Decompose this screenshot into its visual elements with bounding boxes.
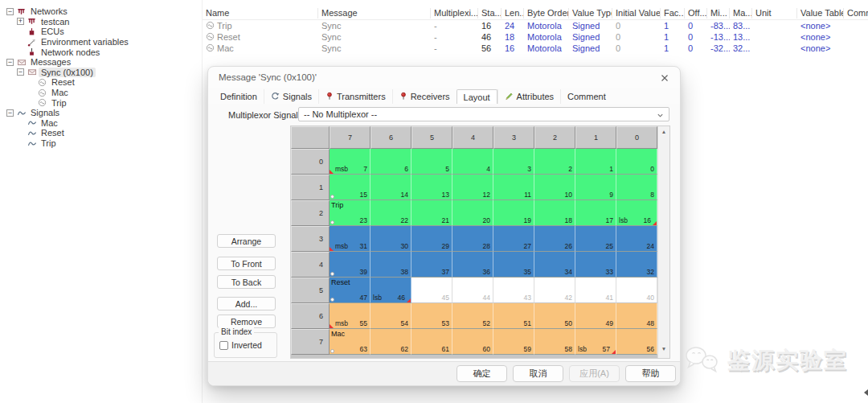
bit-cell-58[interactable]: 58 <box>534 329 575 355</box>
column-header-len[interactable]: Len... <box>502 8 524 19</box>
tree-item-testcan[interactable]: +testcan <box>0 17 201 27</box>
to-back-button[interactable]: To Back <box>217 275 276 289</box>
bit-cell-3[interactable]: 3 <box>493 149 534 175</box>
bit-cell-50[interactable]: 50 <box>534 303 575 329</box>
table-row-mac[interactable]: MacSync-5616MotorolaSigned010-32...32...… <box>203 43 868 54</box>
bit-cell-7[interactable]: msb7 <box>330 149 371 175</box>
tab-attributes[interactable]: Attributes <box>497 89 560 104</box>
tab-comment[interactable]: Comment <box>560 89 612 104</box>
bit-cell-44[interactable]: 44 <box>452 278 493 303</box>
tree-item-mac[interactable]: Mac <box>0 118 201 129</box>
tree-item-mac[interactable]: Mac <box>0 88 201 98</box>
column-header-byte-order[interactable]: Byte Order <box>524 8 569 19</box>
tree-item-sync-0x100[interactable]: −Sync (0x100) <box>0 68 201 78</box>
bit-cell-11[interactable]: 11 <box>493 175 534 200</box>
bit-cell-53[interactable]: 53 <box>411 303 452 329</box>
bit-cell-34[interactable]: 34 <box>534 252 575 278</box>
grid-column-header[interactable]: 7 <box>330 126 371 149</box>
bit-cell-42[interactable]: 42 <box>534 278 575 303</box>
bit-cell-21[interactable]: 21 <box>411 200 452 226</box>
bit-cell-33[interactable]: 33 <box>575 252 616 278</box>
grid-column-header[interactable]: 2 <box>534 126 575 149</box>
tab-transmitters[interactable]: Transmitters <box>318 89 392 104</box>
bit-cell-51[interactable]: 51 <box>493 303 534 329</box>
arrange-button[interactable]: Arrange <box>217 234 276 248</box>
bit-cell-24[interactable]: 24 <box>616 226 657 252</box>
bit-cell-61[interactable]: 61 <box>411 329 452 355</box>
bit-cell-16[interactable]: lsb16 <box>616 200 657 226</box>
column-header-value-type[interactable]: Value Type <box>569 8 612 19</box>
column-header-ma[interactable]: Ma... <box>730 8 752 19</box>
bit-cell-8[interactable]: 8 <box>616 175 657 200</box>
column-header-name[interactable]: Name <box>203 8 318 19</box>
column-header-mi[interactable]: Mi... <box>707 8 730 19</box>
-button[interactable]: 取消 <box>513 365 563 382</box>
grid-column-header[interactable]: 3 <box>493 126 534 149</box>
grid-row-header[interactable]: 2 <box>291 200 330 226</box>
bit-cell-62[interactable]: 62 <box>371 329 411 355</box>
bit-cell-5[interactable]: 5 <box>411 149 452 175</box>
bit-cell-4[interactable]: 4 <box>452 149 493 175</box>
collapse-icon[interactable]: − <box>6 59 17 66</box>
bit-cell-36[interactable]: 36 <box>452 252 493 278</box>
tab-layout[interactable]: Layout <box>457 89 497 105</box>
bit-cell-56[interactable]: 56 <box>616 329 657 355</box>
tree-item-signals[interactable]: −Signals <box>0 108 201 118</box>
bit-cell-60[interactable]: 60 <box>452 329 493 355</box>
bit-cell-30[interactable]: 30 <box>371 226 411 252</box>
bit-cell-9[interactable]: 9 <box>575 175 616 200</box>
bit-cell-10[interactable]: 10 <box>534 175 575 200</box>
tree-item-messages[interactable]: −Messages <box>0 57 201 68</box>
bit-cell-37[interactable]: 37 <box>411 252 452 278</box>
tree-item-networks[interactable]: −Networks <box>0 6 201 17</box>
column-header-sta[interactable]: Sta... <box>478 8 502 19</box>
bit-cell-46[interactable]: lsb46 <box>371 278 411 303</box>
bit-cell-23[interactable]: Trip23 <box>330 200 371 226</box>
bit-cell-39[interactable]: 39 <box>330 252 371 278</box>
table-row-reset[interactable]: ResetSync-4618MotorolaSigned010-13...13.… <box>203 31 868 43</box>
grid-scrollbar[interactable]: ▲ ▼ <box>657 126 669 358</box>
scroll-up-icon[interactable]: ▲ <box>658 129 669 134</box>
bit-cell-32[interactable]: 32 <box>616 252 657 278</box>
tree-item-reset[interactable]: Reset <box>0 77 201 88</box>
bit-cell-31[interactable]: msb31 <box>330 226 371 252</box>
bit-cell-43[interactable]: 43 <box>493 278 534 303</box>
grid-column-header[interactable]: 6 <box>371 126 411 149</box>
collapse-icon[interactable]: − <box>17 68 27 76</box>
bit-cell-47[interactable]: Reset47 <box>330 278 371 303</box>
bit-cell-2[interactable]: 2 <box>534 149 575 175</box>
tree-item-reset[interactable]: Reset <box>0 128 201 138</box>
bit-cell-52[interactable]: 52 <box>452 303 493 329</box>
tab-definition[interactable]: Definition <box>214 89 264 104</box>
bit-cell-38[interactable]: 38 <box>371 252 411 278</box>
grid-row-header[interactable]: 6 <box>291 303 330 329</box>
scroll-down-icon[interactable]: ▼ <box>658 346 669 352</box>
collapse-icon[interactable]: − <box>6 109 17 117</box>
grid-column-header[interactable]: 1 <box>575 126 616 149</box>
bit-cell-27[interactable]: 27 <box>493 226 534 252</box>
bit-cell-40[interactable]: 40 <box>616 278 657 303</box>
column-header-fac[interactable]: Fac... <box>661 8 685 19</box>
bit-cell-19[interactable]: 19 <box>493 200 534 226</box>
grid-column-header[interactable]: 0 <box>616 126 657 149</box>
bit-cell-59[interactable]: 59 <box>493 329 534 355</box>
tab-receivers[interactable]: Receivers <box>392 89 457 104</box>
column-header-unit[interactable]: Unit <box>752 8 797 19</box>
close-icon[interactable] <box>660 73 669 83</box>
bit-cell-14[interactable]: 14 <box>371 175 411 200</box>
tree-item-trip[interactable]: Trip <box>0 97 201 108</box>
-button[interactable]: 确定 <box>457 365 507 382</box>
grid-column-header[interactable]: 4 <box>452 126 493 149</box>
grid-row-header[interactable]: 7 <box>291 329 330 355</box>
table-row-trip[interactable]: TripSync-1624MotorolaSigned010-83...83..… <box>203 20 868 31</box>
bit-cell-25[interactable]: 25 <box>575 226 616 252</box>
inverted-checkbox[interactable] <box>219 341 228 350</box>
collapse-icon[interactable]: − <box>6 8 17 15</box>
bit-cell-13[interactable]: 13 <box>411 175 452 200</box>
bit-cell-35[interactable]: 35 <box>493 252 534 278</box>
column-header-off[interactable]: Off... <box>685 8 707 19</box>
bit-cell-57[interactable]: lsb57 <box>575 329 616 355</box>
to-front-button[interactable]: To Front <box>217 257 276 270</box>
bit-cell-41[interactable]: 41 <box>575 278 616 303</box>
grid-row-header[interactable]: 3 <box>291 226 330 252</box>
